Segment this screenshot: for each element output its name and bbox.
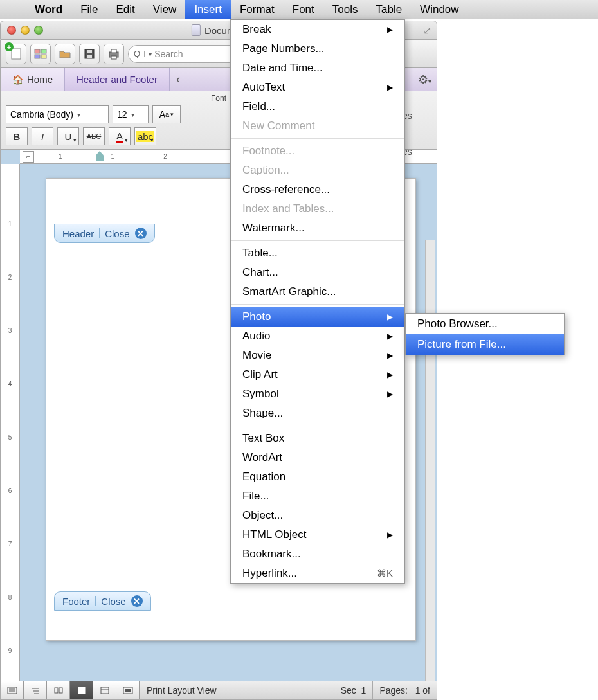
menu-item-text-box[interactable]: Text Box: [231, 429, 404, 448]
font-name-value: Cambria (Body): [10, 109, 73, 120]
menu-item-movie[interactable]: Movie▶: [231, 346, 404, 365]
zoom-window-button[interactable]: [34, 26, 43, 35]
menu-item-watermark[interactable]: Watermark...: [231, 219, 404, 238]
close-window-button[interactable]: [7, 26, 16, 35]
svg-rect-1: [35, 49, 40, 53]
highlight-button[interactable]: abc▾: [134, 127, 156, 145]
menu-app-name[interactable]: Word: [26, 0, 71, 19]
close-icon[interactable]: ✕: [135, 228, 147, 239]
font-color-button[interactable]: A▾: [109, 127, 131, 145]
menu-item-file[interactable]: File...: [231, 487, 404, 506]
search-box[interactable]: Q ▾ Search: [128, 45, 244, 63]
footer-close-label[interactable]: Close: [101, 596, 125, 607]
view-outline-button[interactable]: [24, 681, 47, 699]
menu-item-chart[interactable]: Chart...: [231, 263, 404, 282]
ribbon-settings-gear-icon[interactable]: ⚙▾: [418, 73, 431, 87]
menu-item-equation[interactable]: Equation: [231, 467, 404, 487]
document-icon: [192, 24, 201, 36]
submenu-item-picture-from-file[interactable]: Picture from File...: [406, 334, 564, 355]
footer-label: Footer: [62, 596, 90, 607]
menu-table[interactable]: Table: [367, 0, 411, 19]
menu-item-symbol[interactable]: Symbol▶: [231, 384, 404, 404]
menu-item-date-and-time[interactable]: Date and Time...: [231, 58, 404, 78]
svg-rect-20: [101, 687, 109, 694]
ribbon-tab-home[interactable]: 🏠 Home: [1, 68, 65, 91]
menu-item-html-object[interactable]: HTML Object▶: [231, 525, 404, 544]
view-print-layout-button[interactable]: [70, 681, 93, 699]
menu-font[interactable]: Font: [284, 0, 323, 19]
menu-item-field[interactable]: Field...: [231, 97, 404, 116]
menu-item-clip-art[interactable]: Clip Art▶: [231, 365, 404, 384]
ruler-tick: 7: [8, 541, 12, 548]
menu-item-page-numbers[interactable]: Page Numbers...: [231, 39, 404, 58]
fullscreen-button[interactable]: ⤢: [423, 24, 431, 37]
status-bar: Print Layout View Sec 1 Pages: 1 of: [0, 681, 437, 700]
new-document-button[interactable]: [6, 44, 26, 64]
close-icon[interactable]: ✕: [131, 595, 143, 607]
submenu-item-photo-browser[interactable]: Photo Browser...: [406, 314, 564, 334]
italic-button[interactable]: I: [32, 127, 53, 145]
photo-submenu: Photo Browser...Picture from File...: [405, 313, 565, 355]
submenu-arrow-icon: ▶: [387, 332, 393, 341]
header-close-label[interactable]: Close: [105, 228, 129, 239]
submenu-arrow-icon: ▶: [387, 370, 393, 379]
ruler-tick: 2: [163, 153, 167, 160]
menu-format[interactable]: Format: [231, 0, 284, 19]
menu-item-object[interactable]: Object...: [231, 506, 404, 525]
menu-item-cross-reference[interactable]: Cross-reference...: [231, 180, 404, 199]
menu-item-table[interactable]: Table...: [231, 244, 404, 263]
menu-insert[interactable]: Insert: [185, 0, 231, 19]
vertical-ruler[interactable]: 1 2 3 4 5 6 7 8 9 10: [1, 164, 20, 700]
submenu-arrow-icon: ▶: [387, 312, 393, 321]
ruler-tick: 4: [8, 381, 12, 388]
ribbon-scroll-left[interactable]: ‹: [170, 68, 186, 91]
open-button[interactable]: [55, 44, 75, 64]
ribbon-tab-header-footer[interactable]: Header and Footer: [65, 68, 170, 91]
menu-item-break[interactable]: Break▶: [231, 20, 404, 39]
font-size-dropdown[interactable]: 12 ▾: [113, 105, 149, 123]
menu-item-audio[interactable]: Audio▶: [231, 327, 404, 346]
menu-item-smartart-graphic[interactable]: SmartArt Graphic...: [231, 282, 404, 301]
svg-rect-23: [125, 689, 131, 692]
menu-item-bookmark[interactable]: Bookmark...: [231, 544, 404, 564]
view-focus-button[interactable]: [116, 681, 140, 699]
underline-button[interactable]: U▾: [57, 127, 79, 145]
view-publishing-button[interactable]: [47, 681, 70, 699]
search-placeholder: Search: [154, 49, 183, 59]
svg-rect-17: [55, 688, 58, 693]
print-button[interactable]: [104, 44, 124, 64]
minimize-window-button[interactable]: [21, 26, 30, 35]
menu-edit[interactable]: Edit: [107, 0, 144, 19]
strikethrough-button[interactable]: ABC: [83, 127, 105, 145]
ruler-tick: 9: [8, 647, 12, 654]
font-name-dropdown[interactable]: Cambria (Body) ▾: [6, 105, 109, 123]
tab-selector[interactable]: ⌐: [23, 151, 34, 163]
menu-item-autotext[interactable]: AutoText▶: [231, 78, 404, 97]
svg-rect-2: [41, 49, 46, 53]
menu-item-wordart[interactable]: WordArt: [231, 448, 404, 467]
footer-tab: Footer Close ✕: [54, 591, 151, 611]
menu-tools[interactable]: Tools: [323, 0, 367, 19]
menu-item-hyperlink[interactable]: Hyperlink...⌘K: [231, 564, 404, 583]
ribbon-home-label: Home: [27, 74, 53, 85]
font-effects-button[interactable]: Aa▾: [152, 105, 181, 123]
menu-item-caption: Caption...: [231, 161, 404, 180]
menu-item-shape[interactable]: Shape...: [231, 404, 404, 423]
bold-button[interactable]: B: [6, 127, 28, 145]
ruler-tick: 2: [8, 274, 12, 281]
menu-window[interactable]: Window: [411, 0, 467, 19]
templates-button[interactable]: [30, 44, 51, 64]
separator: [95, 596, 96, 606]
submenu-arrow-icon: ▶: [387, 25, 393, 34]
chevron-down-icon: ▾: [131, 111, 134, 118]
menu-item-photo[interactable]: Photo▶: [231, 307, 404, 327]
menu-file[interactable]: File: [71, 0, 107, 19]
save-button[interactable]: [79, 44, 100, 64]
vertical-scrollbar[interactable]: ▼ ▾: [425, 240, 435, 700]
view-notebook-button[interactable]: [93, 681, 116, 699]
search-dropdown-chevron[interactable]: ▾: [144, 51, 150, 57]
header-label: Header: [62, 228, 94, 239]
menu-view[interactable]: View: [144, 0, 186, 19]
menu-item-index-and-tables: Index and Tables...: [231, 199, 404, 219]
view-draft-button[interactable]: [1, 681, 24, 699]
